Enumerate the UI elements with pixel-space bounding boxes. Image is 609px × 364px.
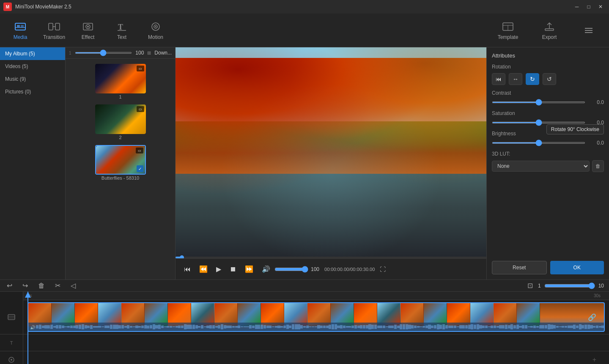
lut-label: 3D LUT:	[492, 151, 604, 157]
media-size-slider[interactable]	[75, 52, 132, 54]
saturation-slider[interactable]	[492, 122, 585, 123]
motion-tool-button[interactable]: Motion	[139, 16, 173, 45]
rotate-ccw-button[interactable]: ↺	[543, 73, 556, 85]
export-button[interactable]: Export	[530, 16, 568, 45]
media-item-label-3: Butterflies - 58310	[102, 175, 139, 181]
menu-button[interactable]	[572, 16, 606, 45]
sidebar-item-music[interactable]: Music (9)	[0, 73, 65, 85]
zoom-max-label: 10	[598, 283, 604, 289]
text-track-label[interactable]: T	[0, 334, 23, 351]
frame-forward-button[interactable]: ⏩	[243, 263, 255, 275]
effect-tool-button[interactable]: Effect	[71, 16, 105, 45]
export-label: Export	[542, 34, 557, 40]
delete-button[interactable]: 🗑	[36, 280, 47, 291]
skip-start-button[interactable]: ⏮	[492, 73, 505, 85]
skip-back-button[interactable]: ⏮	[182, 264, 192, 275]
template-icon	[502, 21, 514, 33]
media-thumb-2: ▭	[95, 104, 146, 134]
svg-rect-2	[21, 25, 24, 27]
play-button[interactable]: ▶	[214, 263, 223, 275]
timeline: ↩ ↪ 🗑 ✂ ◁ ⊡ 1 10 T	[0, 279, 609, 364]
rotation-section: Rotation ⏮ ↔ ↻ ↺	[492, 64, 604, 85]
rotate-cw-button[interactable]: ↻	[526, 73, 539, 85]
zoom-fit-button[interactable]: ⊡	[526, 280, 535, 291]
attr-footer: Reset OK	[492, 257, 604, 274]
app-icon: M	[3, 3, 12, 11]
transition-label: Transition	[43, 34, 65, 40]
brightness-slider[interactable]	[492, 142, 585, 144]
list-item[interactable]: ▭ ✓ Butterflies - 58310	[69, 143, 172, 182]
cut-button[interactable]: ✂	[53, 280, 62, 291]
stop-button[interactable]: ⏹	[228, 264, 238, 275]
title-bar-left: M MiniTool MovieMaker 2.5	[3, 3, 71, 11]
lut-select[interactable]: None	[492, 161, 590, 172]
track-labels: T	[0, 292, 23, 364]
menu-icon	[583, 25, 595, 36]
media-panel: 1 100 ⊞ Down... ▭ 1 ▭ 2	[66, 47, 176, 279]
template-button[interactable]: Template	[489, 16, 527, 45]
rotation-controls: ⏮ ↔ ↻ ↺	[492, 73, 604, 85]
sound-icon: 🔊	[30, 325, 35, 330]
shape-button[interactable]: ◁	[69, 280, 77, 291]
reset-button[interactable]: Reset	[492, 261, 547, 274]
clip-link-icon[interactable]: 🔗	[588, 313, 596, 321]
video-track-label[interactable]	[0, 300, 23, 334]
text-tool-button[interactable]: T Text	[105, 16, 139, 45]
media-slider-label: 1	[69, 51, 71, 55]
video-preview-scene	[176, 47, 486, 258]
media-size-icon: ⊞	[147, 50, 151, 56]
svg-rect-21	[8, 315, 15, 320]
contrast-slider[interactable]	[492, 101, 585, 103]
music-track-area: +	[23, 351, 609, 364]
video-badge-2: ▭	[137, 106, 144, 112]
minimize-button[interactable]: ─	[572, 3, 582, 11]
playhead	[27, 292, 28, 364]
music-add-icon[interactable]: +	[593, 356, 596, 364]
svg-rect-4	[49, 23, 53, 30]
sidebar-item-my-album[interactable]: My Album (5)	[0, 47, 65, 60]
saturation-value: 0.0	[589, 120, 604, 126]
redo-button[interactable]: ↪	[21, 280, 30, 291]
brightness-value: 0.0	[589, 140, 604, 146]
media-item-label-1: 1	[119, 94, 121, 99]
svg-rect-0	[15, 23, 25, 30]
transition-icon	[48, 21, 60, 33]
audio-track-label[interactable]	[0, 351, 23, 364]
ruler-mark-30s: 30s	[594, 293, 601, 298]
volume-slider[interactable]	[274, 266, 308, 273]
text-label: Text	[117, 34, 126, 40]
rotation-label: Rotation	[492, 64, 604, 70]
frame-back-button[interactable]: ⏪	[198, 263, 209, 275]
timeline-toolbar: ↩ ↪ 🗑 ✂ ◁ ⊡ 1 10	[0, 280, 609, 292]
motion-label: Motion	[148, 34, 163, 40]
clip-audio-wave: 🔊 // Generate wave bars inline document.…	[28, 323, 604, 331]
effect-icon	[82, 21, 94, 33]
maximize-button[interactable]: □	[584, 3, 594, 11]
effect-label: Effect	[82, 34, 94, 40]
title-bar-controls: ─ □ ✕	[572, 3, 606, 11]
zoom-slider[interactable]	[544, 282, 595, 289]
text-track-area	[23, 334, 609, 351]
lut-delete-button[interactable]: 🗑	[592, 160, 604, 172]
ok-button[interactable]: OK	[550, 261, 604, 274]
list-item[interactable]: ▭ 1	[69, 62, 172, 101]
svg-rect-5	[55, 23, 60, 30]
sidebar-item-videos[interactable]: Videos (5)	[0, 60, 65, 73]
transition-tool-button[interactable]: Transition	[37, 16, 71, 45]
video-clip[interactable]: 🔊 // Generate wave bars inline document.…	[27, 302, 605, 332]
brightness-label: Brightness	[492, 131, 604, 137]
media-tool-button[interactable]: Media	[3, 16, 37, 45]
undo-button[interactable]: ↩	[5, 280, 14, 291]
volume-button[interactable]: 🔊	[260, 263, 272, 275]
fullscreen-button[interactable]: ⛶	[380, 266, 386, 273]
timeline-zoom-controls: ⊡ 1 10	[526, 280, 604, 291]
contrast-section: Contrast 0.0	[492, 90, 604, 105]
svg-point-13	[155, 26, 156, 27]
flip-horizontal-button[interactable]: ↔	[509, 73, 522, 85]
volume-value: 100	[311, 266, 319, 272]
list-item[interactable]: ▭ 2	[69, 103, 172, 142]
close-button[interactable]: ✕	[595, 3, 606, 11]
sidebar-item-pictures[interactable]: Pictures (0)	[0, 85, 65, 98]
video-track-area: 🔊 // Generate wave bars inline document.…	[23, 300, 609, 334]
contrast-label: Contrast	[492, 90, 604, 96]
